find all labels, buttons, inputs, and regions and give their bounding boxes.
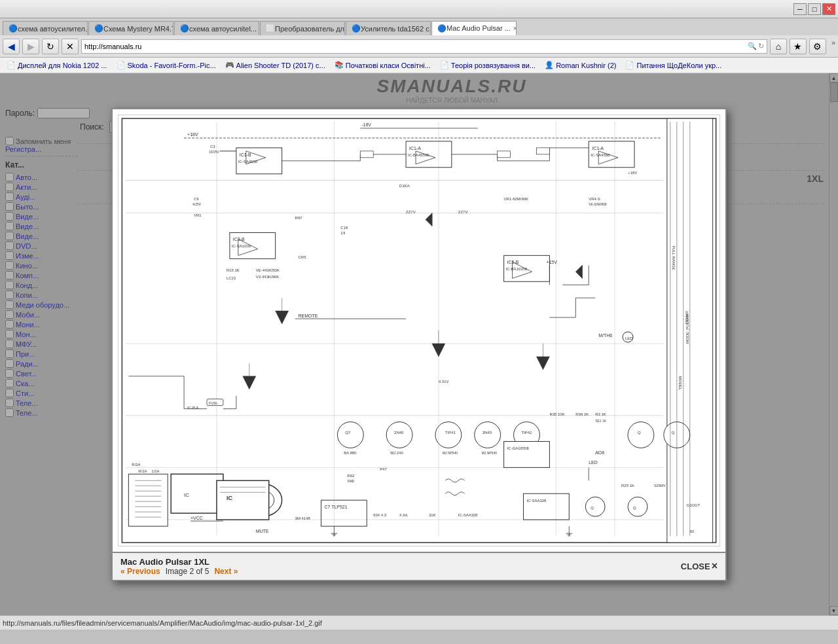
svg-text:CR5: CR5 — [299, 255, 307, 259]
svg-text:1/2A: 1/2A — [151, 469, 159, 473]
modal-box: IC1-B IC-SA4558 IC1-A IC-BA4559E IC1-A I… — [111, 108, 727, 581]
svg-text:Q: Q — [591, 506, 594, 510]
svg-text:R36 2K: R36 2K — [575, 412, 589, 416]
svg-text:R15 1K: R15 1K — [227, 268, 240, 272]
svg-point-38 — [435, 421, 462, 448]
bookmark-4[interactable]: 📚 Початкові класи Освітні... — [331, 60, 435, 71]
title-bar: ─ □ ✕ — [0, 0, 838, 18]
bookmark-7[interactable]: 📄 Питання ЩоДеКоли укр... — [621, 60, 725, 71]
tools-button[interactable]: ⚙ — [809, 39, 826, 54]
bookmark-1-label: Дисплей для Nokia 1202 ... — [18, 62, 107, 69]
svg-text:IC-SA4558: IC-SA4558 — [238, 159, 258, 163]
tab-1[interactable]: 🔵 схема автоусилител... — [3, 21, 88, 35]
tab-4[interactable]: ⬜ Преобразователь дл... — [260, 21, 345, 35]
svg-text:ZZ7V: ZZ7V — [458, 209, 468, 213]
svg-text:+15V: +15V — [546, 260, 557, 264]
tab-3[interactable]: 🔵 схема автоусилitel... — [174, 21, 259, 35]
bookmark-1-icon: 📄 — [7, 61, 16, 69]
svg-text:P47: P47 — [380, 467, 387, 471]
svg-text:31K: 31K — [429, 513, 436, 517]
svg-text:R35 10K: R35 10K — [549, 412, 564, 416]
svg-text:4.3A: 4.3A — [399, 513, 407, 517]
svg-text:-18V: -18V — [361, 122, 371, 126]
bookmark-6[interactable]: 👤 Roman Kushnir (2) — [541, 60, 620, 71]
modal-info: Mac Audio Pulsar 1XL « Previous Image 2 … — [120, 557, 238, 576]
svg-text:MJ 240: MJ 240 — [390, 451, 403, 455]
svg-text:SMD: SMD — [347, 479, 354, 483]
svg-text:C18: C18 — [340, 226, 348, 230]
refresh-mini-icon[interactable]: ↻ — [758, 42, 764, 50]
stop-button[interactable]: ✕ — [62, 39, 79, 54]
svg-text:634 4.3: 634 4.3 — [373, 513, 387, 517]
bookmark-4-label: Початкові класи Освітні... — [346, 62, 431, 69]
svg-text:R/2A: R/2A — [138, 469, 147, 473]
tab-5-favicon: 🔵 — [352, 24, 361, 33]
bookmark-3-icon: 🎮 — [225, 61, 234, 69]
minimize-button[interactable]: ─ — [793, 3, 807, 15]
svg-text:+VCC: +VCC — [191, 516, 203, 520]
maximize-button[interactable]: □ — [808, 3, 821, 15]
favorites-button[interactable]: ★ — [790, 39, 807, 54]
svg-text:+18V: +18V — [628, 170, 637, 174]
svg-text:Q: Q — [672, 430, 675, 434]
svg-text:M/TH6: M/TH6 — [598, 332, 612, 337]
tab-6-close-icon[interactable]: × — [513, 25, 517, 32]
bookmark-5-icon: 📄 — [440, 61, 449, 69]
more-button[interactable]: » — [831, 39, 835, 54]
svg-rect-50 — [524, 493, 570, 520]
close-button[interactable]: CLOSE × — [681, 560, 718, 572]
svg-text:LED: LED — [589, 460, 598, 465]
svg-text:C3: C3 — [210, 144, 215, 148]
svg-text:Q7: Q7 — [345, 430, 351, 434]
svg-text:IC-GA1655E: IC-GA1655E — [507, 446, 530, 450]
tab-3-label: схема автоусилitel... — [189, 25, 257, 33]
svg-text:IC1-B: IC1-B — [240, 152, 251, 156]
nav-right-icons: ⌂ ★ ⚙ » — [770, 39, 835, 54]
status-bar: http://smanuals.ru/files/fileadmin/servi… — [0, 615, 838, 630]
close-window-button[interactable]: ✕ — [822, 3, 835, 15]
address-input[interactable] — [84, 43, 748, 50]
svg-text:D1KA: D1KA — [399, 183, 410, 187]
refresh-button[interactable]: ↻ — [42, 39, 59, 54]
tab-5[interactable]: 🔵 Усилитель tda1562 с... — [346, 21, 431, 35]
svg-text:MJ NP540: MJ NP540 — [482, 451, 497, 455]
svg-text:IC: IC — [184, 492, 189, 498]
bookmark-6-icon: 👤 — [545, 61, 554, 69]
svg-text:IC: IC — [227, 495, 232, 501]
forward-button[interactable]: ▶ — [22, 39, 39, 54]
bookmark-1[interactable]: 📄 Дисплей для Nokia 1202 ... — [3, 60, 111, 71]
svg-text:TIP41: TIP41 — [445, 430, 456, 434]
tab-6-favicon: 🔵 — [437, 24, 446, 33]
status-url: http://smanuals.ru/files/fileadmin/servi… — [3, 619, 322, 627]
svg-rect-72 — [536, 147, 549, 154]
svg-text:LC23: LC23 — [227, 276, 236, 280]
tab-2[interactable]: 🔵 Схема Mystery MR4.75 — [88, 21, 173, 35]
bookmark-7-label: Питання ЩоДеКоли укр... — [636, 62, 721, 69]
svg-text:VR4-S: VR4-S — [589, 196, 600, 200]
navigation-bar: ◀ ▶ ↻ ✕ 🔍 ↻ ⌂ ★ ⚙ » — [0, 35, 838, 58]
svg-text:R25 1K: R25 1K — [621, 484, 634, 488]
svg-text:2N40: 2N40 — [483, 430, 492, 434]
svg-text:AO8: AO8 — [595, 450, 604, 455]
image-count: Image 2 of 5 — [166, 567, 210, 576]
svg-text:10/25V: 10/25V — [209, 149, 219, 153]
tab-2-favicon: 🔵 — [94, 24, 103, 33]
bookmark-4-icon: 📚 — [335, 61, 344, 69]
home-button[interactable]: ⌂ — [770, 39, 787, 54]
back-button[interactable]: ◀ — [3, 39, 20, 54]
svg-text:VR1-62M/90K: VR1-62M/90K — [504, 196, 529, 200]
svg-text:2N40: 2N40 — [394, 430, 404, 434]
address-bar[interactable]: 🔍 ↻ — [81, 39, 767, 54]
tab-6[interactable]: 🔵 Mac Audio Pulsar ... × — [431, 21, 517, 35]
bookmark-5[interactable]: 📄 Теорія розвязування ви... — [436, 60, 539, 71]
bookmark-3[interactable]: 🎮 Alien Shooter TD (2017) с... — [221, 60, 329, 71]
bookmark-7-icon: 📄 — [625, 61, 634, 69]
bookmarks-bar: 📄 Дисплей для Nokia 1202 ... 📄 Skoda - F… — [0, 58, 838, 73]
bookmark-2[interactable]: 📄 Skoda - Favorit-Form.-Pic... — [113, 60, 220, 71]
bookmark-3-label: Alien Shooter TD (2017) с... — [236, 62, 325, 69]
modal-overlay: IC1-B IC-SA4558 IC1-A IC-BA4559E IC1-A I… — [0, 73, 838, 615]
svg-rect-70 — [360, 151, 373, 157]
next-link[interactable]: Next » — [214, 567, 238, 576]
prev-link[interactable]: « Previous — [120, 567, 160, 576]
svg-text:IC1-A: IC1-A — [409, 145, 421, 150]
